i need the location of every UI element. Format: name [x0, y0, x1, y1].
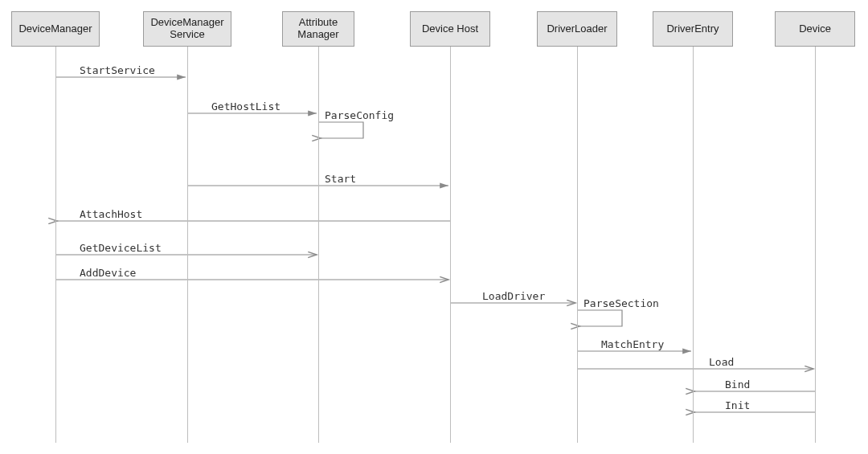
participant-p4: DriverLoader — [537, 11, 617, 47]
participant-label: DeviceManagerService — [150, 17, 223, 41]
lifeline-p1 — [187, 47, 188, 443]
participant-label: AttributeManager — [297, 17, 338, 41]
message-label: Init — [723, 399, 751, 411]
participant-label: Device — [799, 23, 831, 35]
message-label: Bind — [723, 378, 751, 391]
lifeline-p0 — [55, 47, 56, 443]
message-m2 — [318, 122, 363, 138]
lifeline-p5 — [693, 47, 694, 443]
participant-p2: AttributeManager — [282, 11, 354, 47]
lifeline-p2 — [318, 47, 319, 443]
message-label: ParseSection — [582, 297, 661, 309]
message-label: GetDeviceList — [78, 242, 163, 254]
message-label: StartService — [78, 64, 157, 76]
participant-p1: DeviceManagerService — [143, 11, 231, 47]
message-label: GetHostList — [210, 100, 282, 112]
message-label: LoadDriver — [481, 290, 547, 302]
message-label: MatchEntry — [600, 338, 665, 350]
participant-label: Device Host — [422, 23, 478, 35]
message-label: Start — [323, 173, 358, 185]
participant-label: DriverEntry — [666, 23, 719, 35]
participant-label: DeviceManager — [18, 23, 92, 35]
lifeline-p6 — [815, 47, 816, 443]
participant-p6: Device — [775, 11, 855, 47]
message-label: Load — [707, 356, 735, 368]
participant-p0: DeviceManager — [11, 11, 100, 47]
participant-p5: DriverEntry — [653, 11, 733, 47]
lifeline-p4 — [577, 47, 578, 443]
participant-label: DriverLoader — [547, 23, 607, 35]
lifeline-p3 — [450, 47, 451, 443]
sequence-diagram: DeviceManagerDeviceManagerServiceAttribu… — [0, 0, 868, 454]
message-label: AttachHost — [78, 208, 144, 220]
message-m8 — [577, 310, 622, 326]
participant-p3: Device Host — [410, 11, 490, 47]
message-label: ParseConfig — [323, 109, 395, 121]
message-label: AddDevice — [78, 267, 137, 279]
